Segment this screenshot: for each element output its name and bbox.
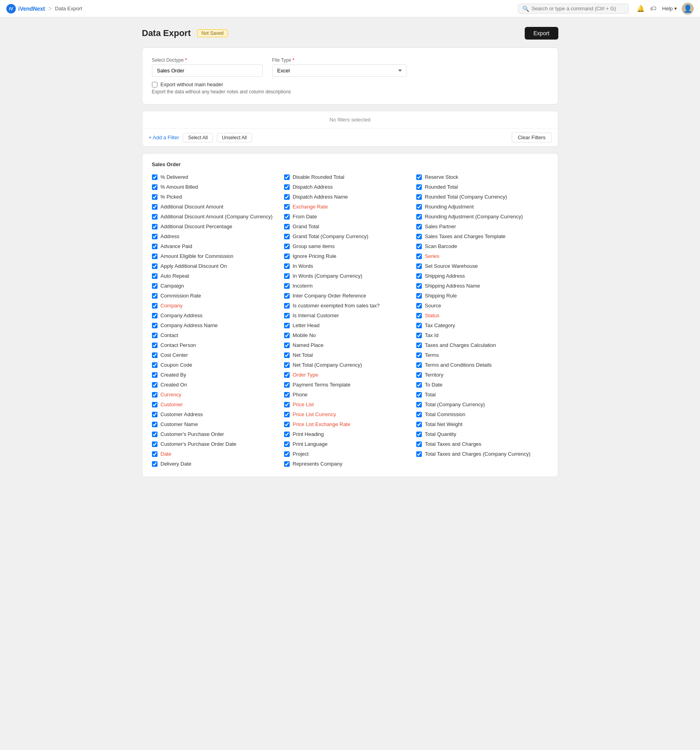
filetype-select[interactable]: ExcelCSV [272,64,407,77]
field-checkbox[interactable] [416,303,422,309]
search-input[interactable] [531,6,624,11]
notifications-icon[interactable]: 🔔 [637,5,645,13]
search-box[interactable]: 🔍 [518,4,629,14]
field-checkbox[interactable] [416,214,422,220]
field-checkbox[interactable] [152,194,157,200]
field-checkbox[interactable] [152,382,157,388]
field-checkbox[interactable] [152,451,157,457]
field-checkbox[interactable] [416,412,422,417]
field-checkbox[interactable] [416,194,422,200]
field-checkbox[interactable] [152,412,157,417]
field-checkbox[interactable] [284,214,290,220]
field-checkbox[interactable] [284,283,290,289]
field-checkbox[interactable] [416,451,422,457]
field-checkbox[interactable] [284,263,290,269]
field-checkbox[interactable] [284,204,290,210]
field-checkbox[interactable] [284,402,290,407]
field-checkbox[interactable] [416,224,422,229]
field-checkbox[interactable] [416,422,422,427]
field-checkbox[interactable] [284,352,290,358]
field-checkbox[interactable] [416,273,422,279]
field-checkbox[interactable] [152,244,157,249]
field-checkbox[interactable] [284,184,290,190]
field-checkbox[interactable] [284,422,290,427]
field-checkbox[interactable] [416,234,422,239]
field-checkbox[interactable] [416,362,422,368]
export-without-header-checkbox[interactable] [152,82,157,87]
avatar[interactable]: 👤 [682,3,694,15]
field-checkbox[interactable] [152,273,157,279]
field-checkbox[interactable] [152,303,157,309]
field-checkbox[interactable] [284,313,290,318]
field-checkbox[interactable] [416,204,422,210]
field-checkbox[interactable] [284,174,290,180]
field-checkbox[interactable] [284,362,290,368]
field-checkbox[interactable] [284,461,290,467]
field-checkbox[interactable] [284,323,290,328]
field-checkbox[interactable] [284,451,290,457]
field-checkbox[interactable] [152,372,157,378]
field-checkbox[interactable] [416,402,422,407]
field-checkbox[interactable] [152,402,157,407]
field-checkbox[interactable] [152,283,157,289]
field-checkbox[interactable] [416,432,422,437]
clear-filters-button[interactable]: Clear Filters [512,133,551,142]
select-all-button[interactable]: Select All [183,133,212,142]
export-button[interactable]: Export [525,27,558,40]
field-checkbox[interactable] [152,323,157,328]
field-checkbox[interactable] [416,382,422,388]
field-checkbox[interactable] [284,234,290,239]
field-checkbox[interactable] [152,392,157,398]
field-checkbox[interactable] [416,244,422,249]
field-checkbox[interactable] [284,392,290,398]
field-checkbox[interactable] [284,303,290,309]
field-checkbox[interactable] [284,194,290,200]
field-checkbox[interactable] [152,184,157,190]
breadcrumb-page[interactable]: Data Export [55,6,82,11]
field-checkbox[interactable] [416,323,422,328]
field-checkbox[interactable] [284,382,290,388]
add-filter-button[interactable]: + Add a Filter [149,134,179,140]
field-checkbox[interactable] [416,352,422,358]
field-checkbox[interactable] [152,313,157,318]
field-checkbox[interactable] [284,441,290,447]
app-logo[interactable]: iV iVendNext [6,4,45,13]
field-checkbox[interactable] [152,422,157,427]
field-checkbox[interactable] [152,333,157,338]
field-checkbox[interactable] [152,461,157,467]
field-checkbox[interactable] [152,234,157,239]
field-checkbox[interactable] [284,412,290,417]
field-checkbox[interactable] [416,184,422,190]
field-checkbox[interactable] [416,343,422,348]
field-checkbox[interactable] [152,224,157,229]
field-checkbox[interactable] [152,362,157,368]
field-checkbox[interactable] [416,283,422,289]
field-checkbox[interactable] [152,174,157,180]
help-menu[interactable]: Help ▾ [662,6,677,11]
field-checkbox[interactable] [284,432,290,437]
field-checkbox[interactable] [152,254,157,259]
field-checkbox[interactable] [152,343,157,348]
unselect-all-button[interactable]: Unselect All [217,133,252,142]
field-checkbox[interactable] [152,352,157,358]
field-checkbox[interactable] [284,333,290,338]
field-checkbox[interactable] [416,441,422,447]
doctype-input[interactable] [152,64,263,77]
field-checkbox[interactable] [284,293,290,299]
tags-icon[interactable]: 🏷 [649,5,657,13]
field-checkbox[interactable] [416,293,422,299]
field-checkbox[interactable] [416,174,422,180]
field-checkbox[interactable] [152,432,157,437]
field-checkbox[interactable] [152,441,157,447]
field-checkbox[interactable] [284,244,290,249]
field-checkbox[interactable] [416,313,422,318]
field-checkbox[interactable] [284,254,290,259]
field-checkbox[interactable] [416,372,422,378]
field-checkbox[interactable] [152,204,157,210]
field-checkbox[interactable] [284,224,290,229]
field-checkbox[interactable] [416,254,422,259]
field-checkbox[interactable] [416,392,422,398]
field-checkbox[interactable] [416,333,422,338]
field-checkbox[interactable] [416,263,422,269]
field-checkbox[interactable] [284,372,290,378]
